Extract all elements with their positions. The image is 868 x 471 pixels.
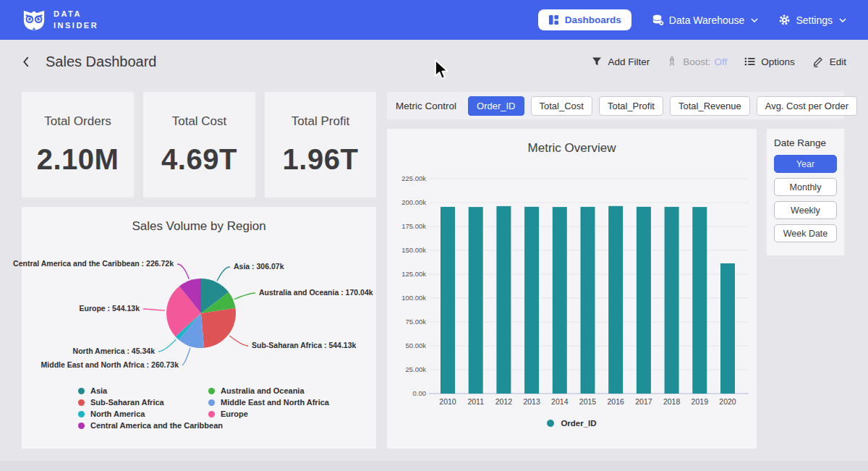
x-axis-tick: 2020 — [719, 397, 736, 406]
pie-label-north-america: North America : 45.34k — [73, 347, 155, 356]
date-range-label: Date Range — [774, 137, 837, 148]
metric-control-buttons: Order_IDTotal_CostTotal_ProfitTotal_Reve… — [468, 96, 857, 116]
pie-legend-item-middle-east-and-north-africa[interactable]: Middle East and North Africa — [208, 396, 329, 408]
bar-2010[interactable] — [441, 207, 455, 394]
kpi-value: 1.96T — [283, 143, 359, 176]
pie-chart-panel: Sales Volume by Region Asia : 306.07kAus… — [22, 207, 376, 449]
pie-legend-column-2: Australia and OceaniaMiddle East and Nor… — [208, 385, 329, 420]
bar-legend-label: Order_ID — [561, 419, 596, 428]
metric-option-total-cost[interactable]: Total_Cost — [531, 96, 592, 116]
x-axis-tick: 2010 — [439, 397, 456, 406]
pie-leader-line — [234, 293, 255, 300]
pie-leader-line — [229, 336, 248, 346]
date-range-option-weekly[interactable]: Weekly — [774, 201, 837, 219]
pie-leader-line — [177, 264, 189, 279]
nav-settings[interactable]: Settings — [778, 14, 846, 26]
y-axis-tick: 175.00k — [401, 222, 426, 230]
y-axis-tick: 50.00k — [405, 341, 426, 349]
y-axis-tick: 25.00k — [405, 365, 426, 373]
legend-dot — [78, 411, 85, 417]
legend-label: North America — [90, 410, 145, 418]
pie-leader-line — [217, 267, 230, 281]
pie-label-asia: Asia : 306.07k — [234, 262, 284, 271]
sales-dashboard-page: DATA INSIDER Dashboards — [0, 0, 868, 471]
nav-data-warehouse[interactable]: Data Warehouse — [652, 14, 759, 26]
legend-label: Europe — [221, 410, 248, 418]
date-range-option-monthly[interactable]: Monthly — [774, 178, 837, 196]
dashboard-grid-icon — [548, 14, 559, 25]
x-axis-tick: 2014 — [551, 397, 569, 406]
page-header: Sales Dashboard Add Filter Boost: Off — [0, 40, 868, 83]
chevron-down-icon — [751, 18, 758, 22]
page-title: Sales Dashboard — [46, 54, 156, 70]
pie-slice-sub-saharan-africa[interactable] — [201, 308, 236, 348]
kpi-label: Total Cost — [172, 114, 227, 129]
brand: DATA INSIDER — [22, 9, 98, 32]
back-chevron-icon — [22, 56, 30, 68]
legend-dot — [78, 388, 85, 394]
filter-funnel-icon — [592, 56, 602, 67]
y-axis-tick: 75.00k — [405, 318, 426, 326]
metric-option-total-revenue[interactable]: Total_Revenue — [670, 96, 750, 116]
legend-dot — [208, 411, 215, 417]
x-axis-tick: 2018 — [663, 397, 681, 406]
kpi-label: Total Orders — [44, 114, 111, 129]
bar-2012[interactable] — [496, 206, 511, 394]
brand-name: DATA INSIDER — [54, 9, 98, 32]
pie-legend-column-1: AsiaSub-Saharan AfricaNorth AmericaCentr… — [78, 385, 223, 431]
date-range-option-week-date[interactable]: Week Date — [774, 224, 837, 242]
y-axis-tick: 100.00k — [401, 294, 426, 302]
edit-button[interactable]: Edit — [812, 56, 846, 67]
bar-2014[interactable] — [553, 207, 567, 394]
back-button[interactable] — [22, 56, 30, 68]
kpi-card-total-orders: Total Orders 2.10M — [22, 92, 134, 198]
bar-2020[interactable] — [720, 263, 735, 394]
date-range-option-year[interactable]: Year — [774, 155, 837, 173]
legend-label: Asia — [90, 386, 107, 395]
kpi-card-total-profit: Total Profit 1.96T — [265, 92, 376, 198]
kpi-label: Total Profit — [292, 114, 349, 129]
add-filter-button[interactable]: Add Filter — [592, 56, 650, 67]
pie-legend-item-central-america-and-the-caribbean[interactable]: Central America and the Caribbean — [78, 420, 223, 431]
bar-2011[interactable] — [469, 207, 483, 394]
pie-legend-item-asia[interactable]: Asia — [78, 385, 223, 396]
navbar: DATA INSIDER Dashboards — [0, 0, 868, 40]
pie-label-middle-east-and-north-africa: Middle East and North Africa : 260.73k — [41, 360, 179, 370]
bar-2017[interactable] — [637, 207, 651, 394]
pie-legend-item-europe[interactable]: Europe — [208, 408, 329, 420]
owl-logo-icon — [22, 9, 46, 32]
pie-legend-item-australia-and-oceania[interactable]: Australia and Oceania — [208, 385, 329, 396]
bar-chart[interactable]: 0.0025.00k50.00k75.00k100.00k125.00k150.… — [387, 129, 757, 449]
bar-2015[interactable] — [581, 207, 595, 394]
metric-control-bar: Metric Control Order_IDTotal_CostTotal_P… — [387, 92, 844, 119]
boost-toggle[interactable]: Boost: Off — [667, 56, 727, 67]
pie-legend-item-north-america[interactable]: North America — [78, 408, 223, 420]
bar-2018[interactable] — [665, 207, 679, 394]
bar-2013[interactable] — [524, 207, 539, 394]
kpi-value: 4.69T — [161, 143, 237, 176]
metric-option-order-id[interactable]: Order_ID — [468, 96, 524, 116]
pie-leader-line — [158, 339, 176, 352]
y-axis-tick: 0.00 — [413, 389, 427, 397]
gear-icon — [778, 14, 791, 26]
bar-2016[interactable] — [608, 206, 623, 394]
pie-legend-item-sub-saharan-africa[interactable]: Sub-Saharan Africa — [78, 396, 223, 408]
date-range-buttons: YearMonthlyWeeklyWeek Date — [774, 155, 837, 242]
bar-2019[interactable] — [692, 207, 707, 394]
x-axis-tick: 2016 — [608, 397, 625, 406]
pie-leader-line — [143, 309, 165, 310]
y-axis-tick: 125.00k — [401, 270, 426, 278]
rocket-icon — [667, 56, 677, 67]
kpi-value: 2.10M — [37, 143, 119, 176]
nav-dashboards-button[interactable]: Dashboards — [538, 9, 631, 30]
header-actions: Add Filter Boost: Off Options — [592, 56, 846, 67]
database-icon — [652, 14, 664, 26]
x-axis-tick: 2012 — [495, 397, 513, 406]
legend-dot — [208, 399, 215, 406]
metric-option-avg-cost-per-order[interactable]: Avg. Cost per Order — [757, 96, 857, 116]
options-button[interactable]: Options — [744, 56, 795, 67]
metric-option-total-profit[interactable]: Total_Profit — [599, 96, 663, 116]
x-axis-tick: 2019 — [692, 397, 709, 406]
bottom-strip — [0, 461, 868, 471]
pencil-edit-icon — [812, 56, 824, 67]
